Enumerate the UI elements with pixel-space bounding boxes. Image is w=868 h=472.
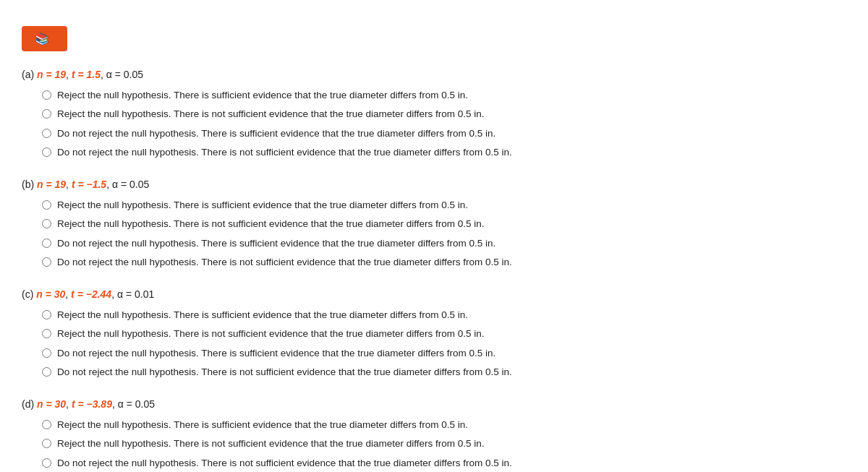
param-text-b: , [66, 179, 72, 190]
option-text-c-3: Do not reject the null hypothesis. There… [57, 365, 512, 379]
radio-option-d-2[interactable]: Do not reject the null hypothesis. There… [22, 456, 846, 471]
radio-input-b-0[interactable] [42, 200, 51, 210]
option-text-d-0: Reject the null hypothesis. There is suf… [57, 418, 468, 432]
radio-input-a-3[interactable] [42, 147, 51, 157]
radio-option-d-0[interactable]: Reject the null hypothesis. There is suf… [22, 418, 846, 432]
option-text-b-3: Do not reject the null hypothesis. There… [57, 255, 512, 270]
param-orange-d: n = 30 [37, 398, 66, 410]
radio-option-d-1[interactable]: Reject the null hypothesis. There is not… [22, 437, 846, 451]
radio-option-c-1[interactable]: Reject the null hypothesis. There is not… [22, 327, 846, 341]
use-salt-button[interactable]: 📚 [22, 26, 67, 51]
option-text-c-0: Reject the null hypothesis. There is suf… [57, 308, 468, 322]
part-letter-c: (c) [22, 288, 36, 300]
question-part-b: (b) n = 19, t = −1.5, α = 0.05Reject the… [22, 177, 846, 270]
option-text-a-0: Reject the null hypothesis. There is suf… [57, 88, 468, 103]
radio-input-c-3[interactable] [42, 367, 51, 377]
option-text-a-1: Reject the null hypothesis. There is not… [57, 107, 485, 121]
param-text-c: , [65, 288, 71, 300]
param-orange-b: n = 19 [37, 179, 66, 190]
question-part-d: (d) n = 30, t = −3.89, α = 0.05Reject th… [22, 397, 846, 472]
question-part-a: (a) n = 19, t = 1.5, α = 0.05Reject the … [22, 67, 846, 160]
radio-input-d-2[interactable] [42, 458, 51, 468]
param-text-c: , α = 0.01 [111, 288, 154, 300]
radio-option-c-2[interactable]: Do not reject the null hypothesis. There… [22, 346, 846, 361]
radio-input-b-2[interactable] [42, 239, 51, 248]
part-letter-d: (d) [22, 398, 37, 410]
radio-input-a-0[interactable] [42, 90, 51, 100]
param-orange-c: t = −2.44 [71, 288, 111, 300]
radio-input-c-2[interactable] [42, 348, 51, 358]
option-text-a-2: Do not reject the null hypothesis. There… [57, 126, 495, 141]
radio-option-c-3[interactable]: Do not reject the null hypothesis. There… [22, 365, 846, 379]
radio-option-a-0[interactable]: Reject the null hypothesis. There is suf… [22, 88, 846, 103]
param-text-d: , α = 0.05 [112, 398, 155, 410]
radio-input-d-1[interactable] [42, 439, 51, 448]
option-text-b-1: Reject the null hypothesis. There is not… [57, 217, 485, 231]
param-orange-d: t = −3.89 [72, 398, 112, 410]
radio-input-c-0[interactable] [42, 310, 51, 319]
option-text-c-1: Reject the null hypothesis. There is not… [57, 327, 485, 341]
radio-input-a-1[interactable] [42, 109, 51, 119]
param-text-d: , [66, 398, 72, 410]
radio-option-b-0[interactable]: Reject the null hypothesis. There is suf… [22, 198, 846, 213]
radio-input-d-0[interactable] [42, 420, 51, 429]
radio-input-c-1[interactable] [42, 329, 51, 338]
param-text-b: , α = 0.05 [106, 179, 149, 190]
option-text-b-2: Do not reject the null hypothesis. There… [57, 236, 495, 251]
question-label-d: (d) n = 30, t = −3.89, α = 0.05 [22, 397, 846, 412]
question-label-a: (a) n = 19, t = 1.5, α = 0.05 [22, 67, 846, 82]
param-orange-a: t = 1.5 [72, 69, 101, 80]
option-text-d-1: Reject the null hypothesis. There is not… [57, 437, 485, 451]
question-label-b: (b) n = 19, t = −1.5, α = 0.05 [22, 177, 846, 192]
question-part-c: (c) n = 30, t = −2.44, α = 0.01Reject th… [22, 287, 846, 379]
param-text-a: , α = 0.05 [101, 69, 143, 80]
part-letter-b: (b) [22, 179, 37, 190]
radio-input-b-3[interactable] [42, 257, 51, 267]
option-text-c-2: Do not reject the null hypothesis. There… [57, 346, 495, 361]
radio-input-b-1[interactable] [42, 219, 51, 228]
radio-option-a-3[interactable]: Do not reject the null hypothesis. There… [22, 145, 846, 160]
radio-option-a-2[interactable]: Do not reject the null hypothesis. There… [22, 126, 846, 141]
questions-container: (a) n = 19, t = 1.5, α = 0.05Reject the … [22, 67, 846, 472]
param-orange-b: t = −1.5 [72, 179, 106, 190]
radio-input-a-2[interactable] [42, 129, 51, 138]
radio-option-c-0[interactable]: Reject the null hypothesis. There is suf… [22, 308, 846, 322]
radio-option-b-1[interactable]: Reject the null hypothesis. There is not… [22, 217, 846, 231]
option-text-d-2: Do not reject the null hypothesis. There… [57, 456, 512, 471]
option-text-a-3: Do not reject the null hypothesis. There… [57, 145, 512, 160]
radio-option-a-1[interactable]: Reject the null hypothesis. There is not… [22, 107, 846, 121]
param-orange-a: n = 19 [37, 69, 66, 80]
option-text-b-0: Reject the null hypothesis. There is suf… [57, 198, 468, 213]
book-icon: 📚 [35, 32, 50, 46]
param-orange-c: n = 30 [36, 288, 65, 300]
part-letter-a: (a) [22, 69, 37, 80]
question-label-c: (c) n = 30, t = −2.44, α = 0.01 [22, 287, 846, 302]
param-text-a: , [66, 69, 72, 80]
radio-option-b-3[interactable]: Do not reject the null hypothesis. There… [22, 255, 846, 270]
radio-option-b-2[interactable]: Do not reject the null hypothesis. There… [22, 236, 846, 251]
